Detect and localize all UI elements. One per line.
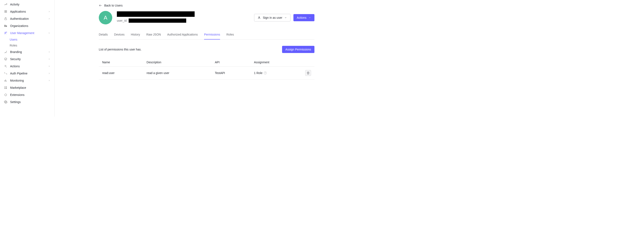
chevron-right-icon — [48, 58, 51, 60]
permissions-description: List of permissions this user has. — [99, 48, 142, 51]
cell-actions — [302, 67, 314, 80]
svg-rect-14 — [6, 88, 7, 89]
svg-rect-1 — [4, 11, 7, 12]
sidebar-item-label: Marketplace — [10, 86, 51, 89]
organizations-icon — [4, 24, 8, 28]
permissions-header: List of permissions this user has. Assig… — [99, 46, 314, 53]
header-actions: Sign in as user Actions — [254, 11, 314, 22]
sign-in-as-user-button[interactable]: Sign in as user — [254, 14, 290, 22]
svg-rect-9 — [6, 80, 6, 82]
pipeline-icon — [4, 72, 8, 75]
trash-icon — [307, 72, 310, 74]
sidebar-sub-label: Users — [10, 38, 18, 41]
tab-label: History — [131, 33, 140, 36]
back-to-users-link[interactable]: Back to Users — [99, 4, 122, 7]
svg-rect-12 — [6, 87, 7, 88]
assign-permissions-label: Assign Permissions — [286, 48, 311, 51]
svg-rect-10 — [6, 81, 7, 82]
sidebar-item-settings[interactable]: Settings — [0, 98, 54, 106]
user-name-redacted — [117, 11, 195, 17]
sidebar-sub-users[interactable]: Users — [0, 36, 54, 42]
user-header: A user_id: Sign in as user Actions — [99, 11, 314, 24]
avatar: A — [99, 11, 112, 24]
puzzle-icon — [4, 93, 8, 97]
tab-authorized-applications[interactable]: Authorized Applications — [167, 31, 198, 40]
svg-point-16 — [5, 102, 6, 102]
sidebar-item-actions[interactable]: Actions — [0, 63, 54, 70]
sidebar-item-label: Settings — [10, 100, 51, 104]
tab-permissions[interactable]: Permissions — [204, 31, 220, 40]
sidebar-item-security[interactable]: Security — [0, 56, 54, 63]
actions-button[interactable]: Actions — [294, 14, 314, 21]
sidebar-item-extensions[interactable]: Extensions — [0, 91, 54, 98]
sidebar-item-label: Activity — [10, 3, 51, 6]
avatar-letter: A — [104, 14, 107, 21]
tab-devices[interactable]: Devices — [114, 31, 125, 40]
tab-roles[interactable]: Roles — [226, 31, 234, 40]
branding-icon — [4, 50, 8, 54]
chevron-down-icon — [284, 16, 287, 19]
svg-rect-2 — [4, 12, 7, 12]
col-api: API — [212, 58, 250, 67]
sidebar-item-activity[interactable]: Activity — [0, 1, 54, 8]
user-id-redacted — [129, 18, 186, 23]
user-id-label: user_id: — [117, 19, 127, 22]
col-actions — [302, 58, 314, 67]
svg-rect-5 — [6, 26, 7, 27]
chevron-down-icon — [308, 16, 311, 19]
sidebar-item-label: Authentication — [10, 17, 45, 20]
sidebar-sub-roles[interactable]: Roles — [0, 42, 54, 48]
tab-label: Authorized Applications — [167, 33, 198, 36]
col-assignment: Assignment — [250, 58, 302, 67]
tab-details[interactable]: Details — [99, 31, 108, 40]
sidebar-item-applications[interactable]: Applications — [0, 8, 54, 15]
permissions-table: Name Description API Assignment read:use… — [99, 58, 314, 80]
col-description: Description — [143, 58, 212, 67]
svg-point-6 — [5, 32, 6, 33]
col-name: Name — [99, 58, 143, 67]
assignment-text: 1 Role — [254, 71, 262, 75]
flow-icon — [4, 64, 8, 68]
user-icon — [258, 16, 261, 19]
sidebar: Activity Applications Authentication Org… — [0, 0, 55, 116]
user-meta: user_id: — [117, 11, 250, 23]
svg-rect-13 — [4, 88, 6, 89]
sidebar-item-auth-pipeline[interactable]: Auth Pipeline — [0, 70, 54, 77]
sidebar-item-marketplace[interactable]: Marketplace — [0, 84, 54, 91]
chevron-right-icon — [48, 79, 51, 82]
back-label: Back to Users — [104, 4, 122, 7]
tab-label: Raw JSON — [146, 33, 161, 36]
actions-label: Actions — [297, 16, 306, 19]
sidebar-item-authentication[interactable]: Authentication — [0, 15, 54, 22]
svg-rect-11 — [4, 87, 6, 88]
cell-description: read a given user — [143, 67, 212, 80]
sidebar-item-branding[interactable]: Branding — [0, 48, 54, 56]
svg-rect-8 — [4, 80, 5, 82]
svg-point-7 — [6, 32, 7, 32]
tab-history[interactable]: History — [131, 31, 140, 40]
svg-point-18 — [259, 16, 260, 18]
sidebar-item-user-management[interactable]: User Management — [0, 30, 54, 36]
user-management-icon — [4, 31, 8, 35]
sign-in-label: Sign in as user — [263, 16, 282, 19]
tab-raw-json[interactable]: Raw JSON — [146, 31, 161, 40]
svg-rect-3 — [4, 18, 6, 20]
assign-permissions-button[interactable]: Assign Permissions — [282, 46, 314, 53]
shield-icon — [4, 57, 8, 61]
main-content: Back to Users A user_id: Sign in as user… — [55, 0, 322, 116]
info-icon[interactable]: ? — [264, 72, 267, 74]
sidebar-item-label: Branding — [10, 50, 45, 54]
chevron-right-icon — [48, 10, 51, 13]
sidebar-item-organizations[interactable]: Organizations — [0, 22, 54, 30]
sidebar-item-monitoring[interactable]: Monitoring — [0, 77, 54, 84]
user-id-row: user_id: — [117, 18, 250, 23]
delete-permission-button[interactable] — [305, 70, 311, 76]
chevron-right-icon — [48, 72, 51, 75]
grid-icon — [4, 86, 8, 90]
svg-rect-0 — [4, 10, 7, 11]
applications-icon — [4, 10, 8, 14]
tab-label: Devices — [114, 33, 125, 36]
sidebar-sub-label: Roles — [10, 44, 17, 47]
sidebar-item-label: Security — [10, 58, 45, 61]
sidebar-item-label: Monitoring — [10, 79, 45, 82]
